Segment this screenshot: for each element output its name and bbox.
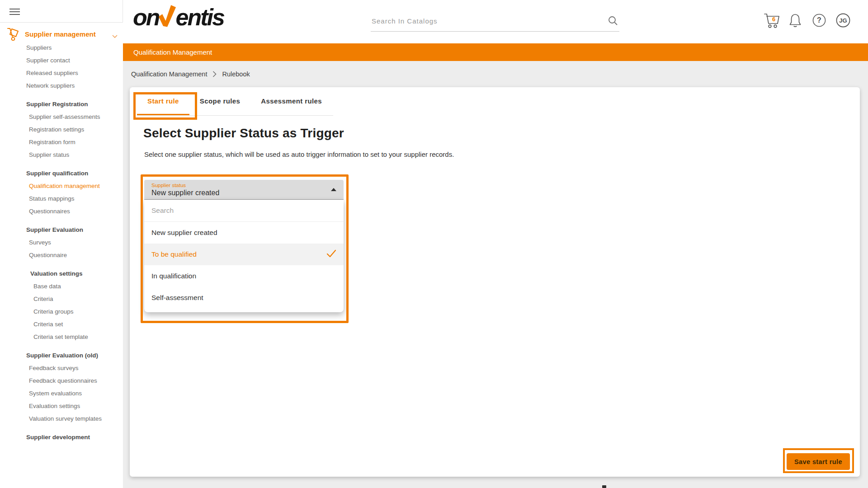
save-start-rule-button[interactable]: Save start rule bbox=[787, 453, 850, 470]
help-icon[interactable]: ? bbox=[812, 13, 826, 29]
sidebar-item-system-evaluations[interactable]: System evaluations bbox=[0, 387, 123, 400]
logo-text-entis: entis bbox=[176, 4, 224, 31]
svg-text:?: ? bbox=[817, 16, 821, 24]
sidebar-section-supplier-development: Supplier development bbox=[0, 431, 123, 444]
sidebar-item-supplier-status[interactable]: Supplier status bbox=[0, 149, 123, 161]
sidebar-section-supplier-registration: Supplier Registration bbox=[0, 98, 123, 111]
sidebar-item-suppliers[interactable]: Suppliers bbox=[0, 42, 123, 54]
checkmark-icon bbox=[326, 249, 336, 259]
sidebar-item-questionnaire[interactable]: Questionnaire bbox=[0, 249, 123, 262]
dropdown-search-row bbox=[144, 200, 344, 222]
sidebar-top-bar bbox=[0, 0, 123, 23]
svg-text:JG: JG bbox=[839, 17, 847, 24]
sidebar-item-supplier-contact[interactable]: Supplier contact bbox=[0, 54, 123, 67]
option-self-assessment[interactable]: Self-assessment bbox=[144, 287, 344, 309]
sidebar-item-criteria[interactable]: Criteria bbox=[0, 293, 123, 305]
select-value: New supplier created bbox=[151, 189, 219, 197]
tab-scope-rules[interactable]: Scope rules bbox=[189, 87, 250, 115]
option-label: Self-assessment bbox=[151, 294, 203, 302]
sidebar-item-released-suppliers[interactable]: Released suppliers bbox=[0, 67, 123, 80]
sidebar-item-valuation-survey-templates[interactable]: Valuation survey templates bbox=[0, 413, 123, 425]
option-to-be-qualified[interactable]: To be qualified bbox=[144, 244, 344, 265]
sidebar-item-criteria-set-template[interactable]: Criteria set template bbox=[0, 331, 123, 343]
page-title: Select Supplier Status as Trigger bbox=[143, 126, 344, 141]
search-icon[interactable] bbox=[608, 15, 618, 28]
option-new-supplier-created[interactable]: New supplier created bbox=[144, 222, 344, 244]
sidebar: Supplier management Suppliers Supplier c… bbox=[0, 0, 123, 488]
banner-title: Qualification Management bbox=[133, 48, 212, 56]
sidebar-item-label: Supplier management bbox=[25, 30, 96, 38]
sidebar-section-valuation-settings: Valuation settings bbox=[0, 267, 123, 280]
sidebar-item-feedback-surveys[interactable]: Feedback surveys bbox=[0, 362, 123, 375]
header-icons: 6 6 ? JG bbox=[763, 12, 858, 32]
sidebar-section-supplier-qualification: Supplier qualification bbox=[0, 167, 123, 180]
sidebar-item-supplier-management[interactable]: Supplier management bbox=[0, 26, 123, 42]
breadcrumb: Qualification Management Rulebook bbox=[131, 68, 250, 80]
sidebar-item-qualification-management[interactable]: Qualification management bbox=[0, 180, 123, 192]
sidebar-item-registration-settings[interactable]: Registration settings bbox=[0, 123, 123, 136]
sidebar-item-base-data[interactable]: Base data bbox=[0, 280, 123, 293]
bottom-edge-mark bbox=[602, 485, 606, 488]
logo-text-on: on bbox=[133, 4, 159, 31]
catalog-search bbox=[371, 12, 619, 32]
chevron-right-icon bbox=[212, 71, 217, 77]
avatar[interactable]: JG bbox=[835, 13, 851, 30]
logo-check-icon bbox=[158, 4, 176, 28]
sidebar-item-questionnaires[interactable]: Questionnaires bbox=[0, 205, 123, 218]
option-label: In qualification bbox=[151, 272, 196, 280]
sidebar-section-supplier-evaluation: Supplier Evaluation bbox=[0, 224, 123, 236]
tab-bar: Start rule Scope rules Assessment rules bbox=[137, 87, 333, 116]
sidebar-item-criteria-set[interactable]: Criteria set bbox=[0, 318, 123, 331]
option-label: To be qualified bbox=[151, 250, 197, 258]
sidebar-item-status-mappings[interactable]: Status mappings bbox=[0, 192, 123, 205]
option-label: New supplier created bbox=[151, 229, 217, 237]
handtruck-icon bbox=[6, 27, 19, 42]
svg-text:6: 6 bbox=[772, 16, 775, 23]
page-description: Select one supplier status, which will b… bbox=[144, 150, 454, 158]
sidebar-item-surveys[interactable]: Surveys bbox=[0, 236, 123, 249]
dropdown-search-input[interactable] bbox=[151, 206, 332, 215]
chevron-down-icon[interactable] bbox=[112, 32, 118, 40]
sidebar-item-supplier-self-assessments[interactable]: Supplier self-assessments bbox=[0, 111, 123, 123]
supplier-status-dropdown-panel: New supplier created To be qualified In … bbox=[144, 200, 344, 312]
supplier-status-select[interactable]: Supplier status New supplier created bbox=[144, 180, 344, 200]
content-card: Start rule Scope rules Assessment rules … bbox=[130, 87, 860, 477]
option-in-qualification[interactable]: In qualification bbox=[144, 265, 344, 287]
breadcrumb-rulebook[interactable]: Rulebook bbox=[222, 70, 250, 78]
cart-icon[interactable]: 6 6 bbox=[763, 12, 781, 32]
module-banner: Qualification Management bbox=[123, 43, 868, 61]
sidebar-item-network-suppliers[interactable]: Network suppliers bbox=[0, 80, 123, 92]
onventis-logo: on entis bbox=[133, 4, 224, 31]
sidebar-item-criteria-groups[interactable]: Criteria groups bbox=[0, 305, 123, 318]
sidebar-item-evaluation-settings[interactable]: Evaluation settings bbox=[0, 400, 123, 413]
sidebar-section-supplier-evaluation-old: Supplier Evaluation (old) bbox=[0, 349, 123, 362]
tab-assessment-rules[interactable]: Assessment rules bbox=[250, 87, 332, 115]
top-header: on entis 6 6 bbox=[123, 0, 868, 43]
sidebar-nav: Supplier management Suppliers Supplier c… bbox=[0, 23, 123, 444]
hamburger-menu-icon[interactable] bbox=[9, 9, 20, 15]
search-input[interactable] bbox=[371, 12, 597, 30]
select-label: Supplier status bbox=[151, 183, 186, 188]
sidebar-item-feedback-questionnaires[interactable]: Feedback questionnaires bbox=[0, 375, 123, 387]
notifications-bell-icon[interactable] bbox=[788, 13, 802, 30]
sidebar-item-registration-form[interactable]: Registration form bbox=[0, 136, 123, 149]
breadcrumb-qualification-management[interactable]: Qualification Management bbox=[131, 70, 207, 78]
caret-up-icon bbox=[331, 188, 336, 191]
tab-start-rule[interactable]: Start rule bbox=[137, 87, 189, 115]
